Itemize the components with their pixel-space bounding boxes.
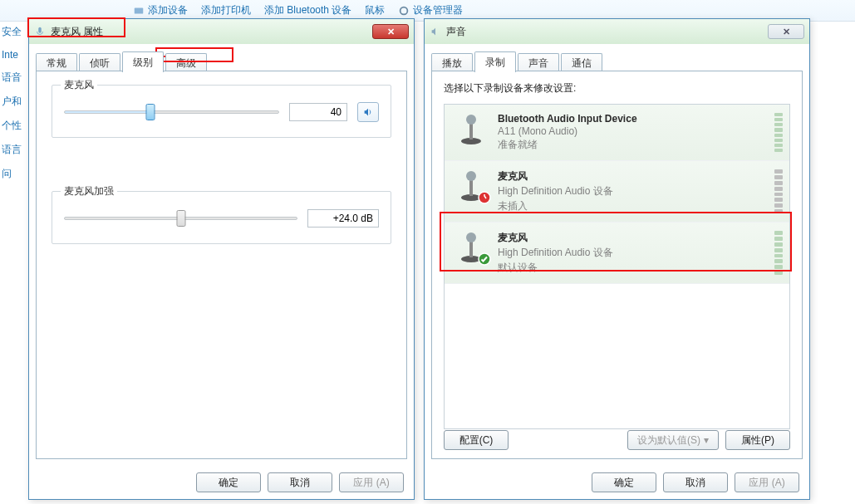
tab-playback[interactable]: 播放: [431, 53, 473, 72]
sound-dialog: 声音 ✕ 播放 录制 声音 通信 选择以下录制设备来修改设置: Bluetoot…: [424, 18, 810, 500]
properties-button[interactable]: 属性(P): [725, 430, 790, 450]
microphone-level-group: 麦克风: [52, 85, 391, 138]
device-item-bluetooth[interactable]: Bluetooth Audio Input Device A11 (Mono A…: [445, 105, 789, 161]
close-icon: ✕: [783, 27, 790, 37]
level-meter: [774, 231, 783, 275]
ok-button[interactable]: 确定: [196, 472, 261, 492]
properties-tabs: 常规 侦听 级别 高级: [29, 44, 414, 72]
link-mouse[interactable]: 鼠标: [365, 3, 385, 17]
dialog-title-text: 声音: [446, 25, 466, 39]
device-icon: [133, 5, 145, 17]
microphone-boost-value[interactable]: [307, 209, 379, 228]
tab-advanced[interactable]: 高级: [165, 53, 207, 72]
device-status: 默认设备: [498, 261, 613, 275]
tab-sounds[interactable]: 声音: [518, 53, 559, 72]
dialog-icon: [34, 26, 46, 37]
link-add-printer[interactable]: 添加打印机: [201, 3, 251, 17]
sound-icon: [430, 26, 441, 37]
microphone-volume-value[interactable]: [289, 103, 347, 121]
microphone-properties-dialog: 麦克风 属性 ✕ 常规 侦听 级别 高级 麦克风: [28, 18, 415, 500]
set-default-button[interactable]: 设为默认值(S) ▾: [627, 430, 719, 450]
gear-icon: [398, 5, 410, 17]
microphone-volume-slider[interactable]: [64, 102, 279, 122]
device-status: 未插入: [498, 199, 613, 213]
tab-levels[interactable]: 级别: [122, 51, 164, 72]
default-check-badge-icon: [478, 252, 491, 266]
device-name: Bluetooth Audio Input Device: [498, 113, 637, 125]
sidebar-cropped: 安全 Inte 语音 户和 个性 语言 问: [0, 20, 27, 186]
device-item-unplugged[interactable]: 麦克风 High Definition Audio 设备 未插入: [445, 161, 789, 223]
svg-point-12: [466, 232, 476, 242]
svg-rect-2: [38, 27, 42, 33]
cancel-button[interactable]: 取消: [268, 472, 332, 492]
link-device-manager[interactable]: 设备管理器: [398, 3, 463, 17]
svg-point-9: [479, 192, 490, 203]
dialog-button-row: 确定 取消 应用 (A): [29, 466, 414, 499]
microphone-boost-group: 麦克风加强: [52, 191, 391, 244]
chevron-down-icon: ▾: [704, 434, 709, 446]
apply-button[interactable]: 应用 (A): [735, 472, 799, 492]
tab-listen[interactable]: 侦听: [79, 53, 120, 72]
device-name: 麦克风: [498, 231, 613, 245]
levels-panel: 麦克风 麦克风加强: [36, 71, 407, 459]
device-name: 麦克风: [498, 169, 613, 183]
dialog-button-row: 确定 取消 应用 (A): [425, 466, 809, 499]
device-item-default[interactable]: 麦克风 High Definition Audio 设备 默认设备: [445, 223, 789, 284]
device-subtitle: High Definition Audio 设备: [498, 246, 613, 260]
close-button[interactable]: ✕: [768, 24, 804, 39]
sound-tabs: 播放 录制 声音 通信: [425, 44, 809, 72]
close-button[interactable]: ✕: [372, 24, 409, 39]
speaker-icon: [362, 106, 374, 118]
group-label: 麦克风加强: [61, 184, 117, 198]
level-meter: [774, 169, 783, 213]
panel-hint: 选择以下录制设备来修改设置:: [444, 81, 790, 95]
ok-button[interactable]: 确定: [592, 472, 656, 492]
configure-button[interactable]: 配置(C): [444, 430, 509, 450]
microphone-boost-slider[interactable]: [64, 208, 297, 228]
svg-point-8: [466, 171, 476, 181]
apply-button[interactable]: 应用 (A): [339, 472, 404, 492]
recording-panel: 选择以下录制设备来修改设置: Bluetooth Audio Input Dev…: [431, 71, 803, 459]
dialog-titlebar[interactable]: 声音 ✕: [425, 19, 809, 44]
group-label: 麦克风: [61, 78, 97, 92]
tab-communications[interactable]: 通信: [561, 53, 602, 72]
tab-general[interactable]: 常规: [36, 53, 77, 72]
cancel-button[interactable]: 取消: [663, 472, 728, 492]
microphone-icon: [456, 113, 486, 146]
link-add-device[interactable]: 添加设备: [133, 3, 188, 17]
link-add-bluetooth[interactable]: 添加 Bluetooth 设备: [264, 3, 351, 17]
svg-point-1: [400, 7, 408, 14]
recording-device-list[interactable]: Bluetooth Audio Input Device A11 (Mono A…: [444, 104, 790, 429]
dialog-title-text: 麦克风 属性: [51, 25, 103, 39]
svg-point-5: [466, 115, 476, 125]
unplugged-badge-icon: [478, 191, 491, 204]
tab-recording[interactable]: 录制: [474, 51, 516, 72]
device-subtitle: A11 (Mono Audio): [498, 125, 637, 137]
close-icon: ✕: [387, 27, 395, 37]
level-meter: [774, 113, 783, 152]
mute-button[interactable]: [357, 102, 379, 122]
device-subtitle: High Definition Audio 设备: [498, 184, 613, 198]
svg-rect-0: [135, 7, 144, 13]
dialog-titlebar[interactable]: 麦克风 属性 ✕: [29, 19, 414, 44]
device-status: 准备就绪: [498, 138, 637, 152]
